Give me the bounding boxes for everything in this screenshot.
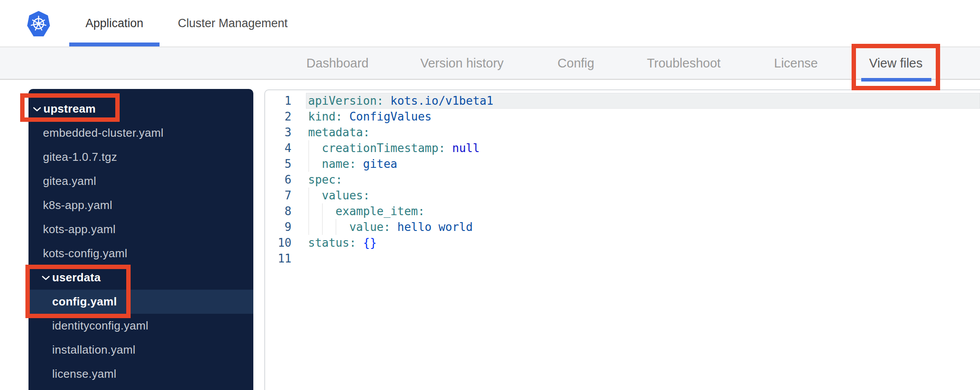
tree-file-license.yaml[interactable]: license.yaml <box>28 362 253 386</box>
tree-item-label: gitea.yaml <box>43 174 96 188</box>
line-number: 1 <box>265 93 291 109</box>
code-editor[interactable]: 1apiVersion: kots.io/v1beta12kind: Confi… <box>265 90 980 266</box>
tree-folder-upstream[interactable]: upstream <box>28 97 253 121</box>
line-number: 9 <box>265 219 291 235</box>
indent-guide <box>309 156 309 172</box>
code-text: creationTimestamp: null <box>291 140 980 156</box>
subnav-item-troubleshoot[interactable]: Troubleshoot <box>647 47 721 79</box>
indent-guide <box>322 203 323 219</box>
kubernetes-logo-icon <box>27 11 50 37</box>
code-text: values: <box>291 188 980 203</box>
file-tree: upstreamembedded-cluster.yamlgitea-1.0.7… <box>28 89 253 386</box>
tree-file-gitea-1.0.7.tgz[interactable]: gitea-1.0.7.tgz <box>28 145 253 169</box>
indent-guide <box>322 219 323 235</box>
tree-folder-userdata[interactable]: userdata <box>28 266 253 290</box>
code-line-7: 7 values: <box>265 188 980 203</box>
tree-file-kots-app.yaml[interactable]: kots-app.yaml <box>28 217 253 241</box>
active-tab-underline <box>69 43 160 46</box>
subnav-item-dashboard[interactable]: Dashboard <box>306 47 369 79</box>
code-text: apiVersion: kots.io/v1beta1 <box>291 93 980 109</box>
tree-item-label: userdata <box>52 271 101 284</box>
line-number: 3 <box>265 124 291 140</box>
view-files-active-underline <box>861 78 931 82</box>
app-subnav: Dashboard Version history Config Trouble… <box>0 47 980 80</box>
subnav-item-config[interactable]: Config <box>557 47 594 79</box>
code-text: kind: ConfigValues <box>291 109 980 124</box>
code-text: value: hello world <box>291 219 980 235</box>
line-number: 8 <box>265 203 291 219</box>
code-line-4: 4 creationTimestamp: null <box>265 140 980 156</box>
code-line-1: 1apiVersion: kots.io/v1beta1 <box>265 93 980 109</box>
code-text: metadata: <box>291 124 980 140</box>
tree-item-label: upstream <box>43 102 96 116</box>
code-text: example_item: <box>291 203 980 219</box>
chevron-down-icon <box>33 106 41 112</box>
indent-guide <box>309 188 309 203</box>
tree-file-installation.yaml[interactable]: installation.yaml <box>28 338 253 362</box>
code-text: spec: <box>291 172 980 188</box>
file-tree-panel: upstreamembedded-cluster.yamlgitea-1.0.7… <box>28 89 253 390</box>
file-viewer-panel: 1apiVersion: kots.io/v1beta12kind: Confi… <box>264 89 980 390</box>
indent-guide <box>309 203 309 219</box>
code-text: name: gitea <box>291 156 980 172</box>
tree-file-k8s-app.yaml[interactable]: k8s-app.yaml <box>28 193 253 217</box>
line-number: 10 <box>265 235 291 251</box>
tab-cluster-management-label: Cluster Management <box>178 17 288 30</box>
line-number: 5 <box>265 156 291 172</box>
top-bar: Application Cluster Management <box>0 0 980 47</box>
subnav-item-view-files[interactable]: View files <box>869 47 923 79</box>
code-line-9: 9 value: hello world <box>265 219 980 235</box>
chevron-down-icon <box>42 275 50 280</box>
tree-item-label: license.yaml <box>52 367 117 381</box>
code-line-8: 8 example_item: <box>265 203 980 219</box>
subnav-item-license[interactable]: License <box>774 47 818 79</box>
tree-item-label: gitea-1.0.7.tgz <box>43 150 117 164</box>
code-line-5: 5 name: gitea <box>265 156 980 172</box>
line-number: 6 <box>265 172 291 188</box>
code-line-6: 6spec: <box>265 172 980 188</box>
indent-guide <box>309 219 309 235</box>
line-number: 4 <box>265 140 291 156</box>
tree-item-label: kots-config.yaml <box>43 247 128 260</box>
tab-application[interactable]: Application <box>69 0 160 46</box>
tree-file-identityconfig.yaml[interactable]: identityconfig.yaml <box>28 314 253 338</box>
subnav-item-version-history[interactable]: Version history <box>420 47 504 79</box>
code-text <box>291 251 980 266</box>
code-line-3: 3metadata: <box>265 124 980 140</box>
code-line-10: 10status: {} <box>265 235 980 251</box>
indent-guide <box>336 219 336 235</box>
line-number: 11 <box>265 251 291 266</box>
tree-item-label: identityconfig.yaml <box>52 319 149 333</box>
line-number: 7 <box>265 188 291 203</box>
tree-item-label: embedded-cluster.yaml <box>43 126 163 140</box>
tree-file-kots-config.yaml[interactable]: kots-config.yaml <box>28 241 253 266</box>
line-number: 2 <box>265 109 291 124</box>
tree-file-gitea.yaml[interactable]: gitea.yaml <box>28 169 253 193</box>
tree-item-label: config.yaml <box>52 295 117 308</box>
indent-guide <box>309 140 309 156</box>
tree-item-label: kots-app.yaml <box>43 223 116 236</box>
tree-item-label: k8s-app.yaml <box>43 199 112 212</box>
code-line-11: 11 <box>265 251 980 266</box>
tree-file-config.yaml[interactable]: config.yaml <box>28 290 253 314</box>
code-line-2: 2kind: ConfigValues <box>265 109 980 124</box>
tab-application-label: Application <box>85 17 143 30</box>
tree-item-label: installation.yaml <box>52 343 135 357</box>
tab-cluster-management[interactable]: Cluster Management <box>160 0 305 46</box>
code-text: status: {} <box>291 235 980 251</box>
tree-file-embedded-cluster.yaml[interactable]: embedded-cluster.yaml <box>28 121 253 145</box>
